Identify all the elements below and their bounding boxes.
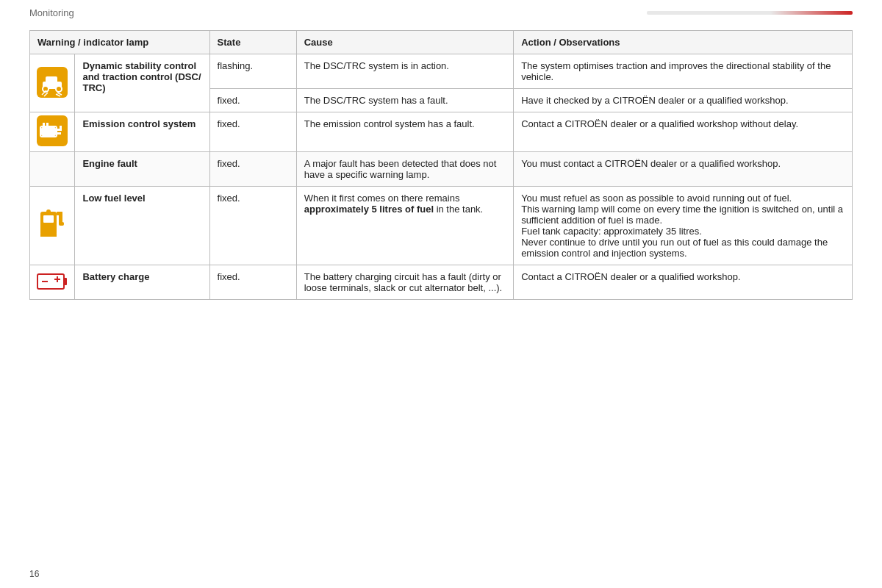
fuel-icon [38, 206, 66, 244]
svg-rect-24 [59, 222, 64, 226]
dsc-cause-1: The DSC/TRC system is in action. [296, 54, 513, 89]
dsc-cause-2: The DSC/TRC system has a fault. [296, 89, 513, 112]
dsc-state-1: flashing. [209, 54, 296, 89]
header: Monitoring [0, 0, 882, 23]
battery-name-cell: Battery charge [75, 265, 209, 300]
emission-cause: The emission control system has a fault. [296, 112, 513, 152]
emission-name: Emission control system [82, 118, 196, 129]
svg-rect-18 [43, 123, 45, 129]
dsc-icon-cell [30, 54, 75, 112]
svg-point-4 [56, 86, 62, 92]
fuel-cause-prefix: When it first comes on there remains [304, 193, 460, 204]
fuel-icon-cell [30, 187, 75, 265]
svg-rect-27 [37, 274, 64, 289]
table-row: Low fuel level fixed. When it first come… [30, 187, 853, 265]
table-row: Battery charge fixed. The battery chargi… [30, 265, 853, 300]
col-action: Action / Observations [514, 31, 853, 54]
engine-state: fixed. [209, 152, 296, 187]
fuel-action-text: You must refuel as soon as possible to a… [521, 193, 843, 259]
svg-rect-17 [60, 126, 62, 131]
dsc-name: Dynamic stability control and traction c… [82, 60, 201, 93]
battery-name: Battery charge [82, 271, 149, 282]
dsc-action-1: The system optimises traction and improv… [514, 54, 853, 89]
header-bar [647, 11, 853, 15]
fuel-cause-suffix: in the tank. [434, 204, 483, 215]
emission-state: fixed. [209, 112, 296, 152]
svg-rect-29 [42, 281, 48, 282]
svg-rect-25 [40, 234, 57, 237]
dsc-action-2: Have it checked by a CITROËN dealer or a… [514, 89, 853, 112]
dsc-icon [37, 67, 68, 98]
table-header-row: Warning / indicator lamp State Cause Act… [30, 31, 853, 54]
svg-rect-20 [40, 212, 57, 235]
fuel-name: Low fuel level [82, 193, 145, 204]
page: Monitoring Warning / indicator lamp Stat… [0, 0, 882, 588]
engine-icon-cell [30, 152, 75, 187]
page-number: 16 [29, 569, 39, 579]
fuel-cause-bold: approximately 5 litres of fuel [304, 204, 434, 215]
table-row: Engine fault fixed. A major fault has be… [30, 152, 853, 187]
engine-action: You must contact a CITROËN dealer or a q… [514, 152, 853, 187]
svg-rect-2 [46, 76, 57, 84]
svg-rect-16 [55, 132, 61, 135]
dsc-state-2: fixed. [209, 89, 296, 112]
svg-rect-31 [57, 276, 58, 282]
warning-table: Warning / indicator lamp State Cause Act… [29, 30, 853, 300]
fuel-state: fixed. [209, 187, 296, 265]
battery-icon-cell [30, 265, 75, 300]
battery-cause: The battery charging circuit has a fault… [296, 265, 513, 300]
battery-action: Contact a CITROËN dealer or a qualified … [514, 265, 853, 300]
engine-name-cell: Engine fault [75, 152, 209, 187]
col-state: State [209, 31, 296, 54]
col-cause: Cause [296, 31, 513, 54]
fuel-name-cell: Low fuel level [75, 187, 209, 265]
svg-rect-21 [43, 215, 54, 223]
dsc-name-cell: Dynamic stability control and traction c… [75, 54, 209, 112]
table-container: Warning / indicator lamp State Cause Act… [0, 23, 882, 307]
emission-name-cell: Emission control system [75, 112, 209, 152]
battery-state: fixed. [209, 265, 296, 300]
table-row: ⚙ Emission control system [30, 112, 853, 152]
col-warning: Warning / indicator lamp [30, 31, 210, 54]
engine-cause: A major fault has been detected that doe… [296, 152, 513, 187]
header-decoration [74, 11, 853, 15]
svg-rect-19 [46, 123, 49, 129]
table-row: Dynamic stability control and traction c… [30, 54, 853, 89]
svg-rect-23 [59, 212, 62, 223]
engine-name: Engine fault [82, 158, 137, 169]
page-section-title: Monitoring [29, 7, 74, 18]
fuel-cause: When it first comes on there remains app… [296, 187, 513, 265]
emission-icon: ⚙ [37, 115, 68, 146]
emission-icon-cell: ⚙ [30, 112, 75, 152]
battery-icon [37, 271, 68, 292]
svg-rect-28 [64, 278, 67, 285]
emission-action: Contact a CITROËN dealer or a qualified … [514, 112, 853, 152]
fuel-action: You must refuel as soon as possible to a… [514, 187, 853, 265]
svg-point-26 [46, 209, 51, 214]
